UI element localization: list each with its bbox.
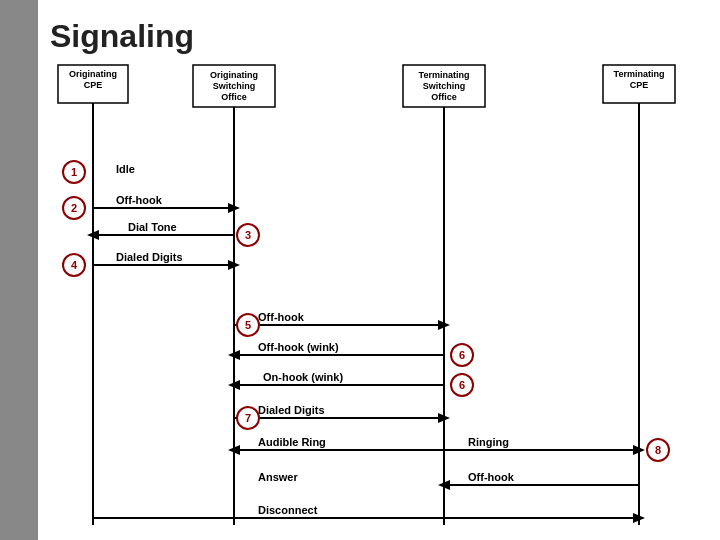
svg-text:Off-hook: Off-hook bbox=[258, 311, 305, 323]
page-title: Signaling bbox=[50, 18, 194, 55]
svg-text:Originating: Originating bbox=[210, 70, 258, 80]
svg-text:4: 4 bbox=[71, 259, 78, 271]
svg-text:Off-hook: Off-hook bbox=[116, 194, 163, 206]
svg-text:CPE: CPE bbox=[84, 80, 103, 90]
svg-text:3: 3 bbox=[245, 229, 251, 241]
svg-text:Switching: Switching bbox=[423, 81, 466, 91]
svg-text:Disconnect: Disconnect bbox=[258, 504, 318, 516]
svg-text:Dialed Digits: Dialed Digits bbox=[116, 251, 183, 263]
svg-text:On-hook  (wink): On-hook (wink) bbox=[263, 371, 343, 383]
svg-text:6: 6 bbox=[459, 379, 465, 391]
svg-text:Idle: Idle bbox=[116, 163, 135, 175]
svg-text:Off-hook: Off-hook bbox=[468, 471, 515, 483]
svg-text:5: 5 bbox=[245, 319, 251, 331]
svg-text:Dialed Digits: Dialed Digits bbox=[258, 404, 325, 416]
svg-text:Office: Office bbox=[431, 92, 457, 102]
svg-text:Originating: Originating bbox=[69, 69, 117, 79]
svg-text:Answer: Answer bbox=[258, 471, 298, 483]
svg-text:7: 7 bbox=[245, 412, 251, 424]
svg-text:Terminating: Terminating bbox=[419, 70, 470, 80]
svg-text:2: 2 bbox=[71, 202, 77, 214]
svg-text:6: 6 bbox=[459, 349, 465, 361]
svg-text:1: 1 bbox=[71, 166, 77, 178]
svg-text:Off-hook (wink): Off-hook (wink) bbox=[258, 341, 339, 353]
svg-text:Terminating: Terminating bbox=[614, 69, 665, 79]
svg-text:8: 8 bbox=[655, 444, 661, 456]
svg-text:Dial Tone: Dial Tone bbox=[128, 221, 177, 233]
diagram: Originating CPE Originating Switching Of… bbox=[38, 60, 720, 530]
svg-text:Office: Office bbox=[221, 92, 247, 102]
svg-text:CPE: CPE bbox=[630, 80, 649, 90]
svg-text:Audible Ring: Audible Ring bbox=[258, 436, 326, 448]
svg-text:Ringing: Ringing bbox=[468, 436, 509, 448]
sidebar bbox=[0, 0, 38, 540]
svg-text:Switching: Switching bbox=[213, 81, 256, 91]
